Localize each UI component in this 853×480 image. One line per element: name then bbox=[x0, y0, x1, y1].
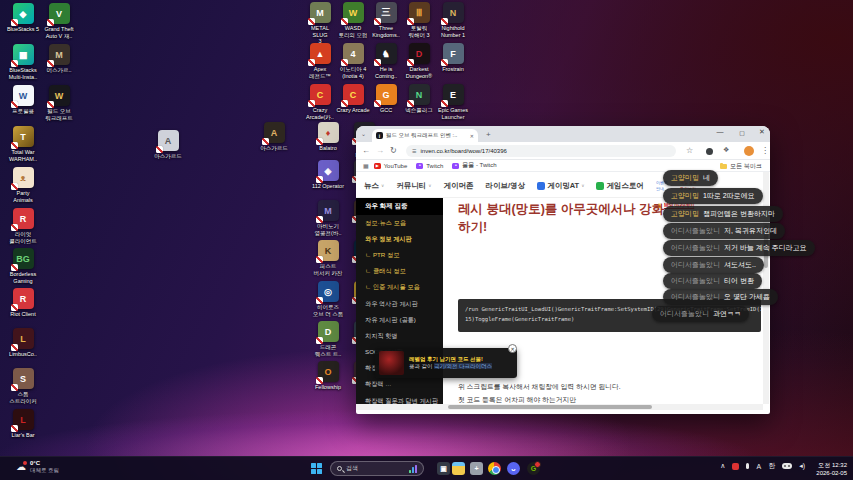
adblock-icon[interactable] bbox=[706, 148, 713, 155]
bookmark-item[interactable]: ❝ 물물 - Twitch bbox=[452, 161, 496, 170]
desktop-icon[interactable]: G GCC bbox=[369, 84, 403, 114]
desktop-icon-label: 마비노기 영웅전(바.. bbox=[315, 223, 342, 236]
browser-menu-icon[interactable]: ⋮ bbox=[761, 146, 769, 155]
desktop-icon[interactable]: A 아스가르드 bbox=[252, 122, 296, 152]
sidebar-item[interactable]: 확장팩 … bbox=[356, 377, 443, 393]
nav-item[interactable]: 게이밍AT bbox=[537, 181, 584, 191]
sidebar-item[interactable]: ㄴ PTR 정보 bbox=[356, 247, 443, 263]
horizontal-scrollbar[interactable] bbox=[356, 404, 763, 410]
bookmark-label: 물물 - Twitch bbox=[462, 161, 496, 170]
forward-button[interactable]: → bbox=[376, 146, 384, 155]
window-minimize-button[interactable]: — bbox=[712, 128, 728, 135]
bookmark-item[interactable]: ❝ Twitch bbox=[416, 161, 443, 170]
desktop-icon[interactable]: R Riot Client bbox=[1, 288, 45, 318]
desktop-icon[interactable]: V Grand Theft Auto V 재.. bbox=[37, 3, 81, 39]
ad-close-button[interactable]: ✕ bbox=[508, 344, 517, 353]
chat-username: 어디서즐놀았니 bbox=[671, 276, 720, 286]
desktop-icon[interactable]: BG Borderless Gaming bbox=[1, 248, 45, 284]
desktop-icon[interactable]: 三 Three Kingdoms.. bbox=[369, 2, 403, 38]
nav-item[interactable]: 게이머존 bbox=[444, 181, 474, 191]
sidebar-item[interactable]: 확장팩 질문과 답변 게시판 bbox=[356, 393, 443, 404]
sidebar-item[interactable]: ㄴ 클래식 정보 bbox=[356, 264, 443, 280]
taskbar: ☁ 0°C 대체로 흐림 검색 ▣ + bbox=[0, 456, 853, 480]
ime-korean-indic ator[interactable]: 한 bbox=[768, 461, 775, 471]
nav-item[interactable]: 라이브/영상 bbox=[486, 181, 526, 191]
site-info-icon[interactable]: ☰ bbox=[412, 148, 416, 154]
folder-icon bbox=[720, 164, 727, 169]
microphone-icon[interactable] bbox=[746, 463, 749, 469]
chat-username: 어디서즐놀았니 bbox=[660, 309, 709, 319]
chat-message: 어디서즐놀았니 저거 바늘 계속 주디라고요 bbox=[663, 240, 815, 256]
desktop-icon-glyph: F bbox=[443, 43, 464, 64]
nav-item[interactable]: 커뮤니티 bbox=[396, 181, 431, 191]
taskbar-app[interactable] bbox=[488, 462, 501, 475]
back-button[interactable]: ← bbox=[362, 146, 370, 155]
desktop-icon[interactable]: W 월드 오브 워크래프트 bbox=[37, 85, 81, 121]
chat-text: 1따로 2따로에요 bbox=[703, 191, 755, 201]
nav-item[interactable]: 뉴스 bbox=[364, 181, 384, 191]
taskbar-app-icon bbox=[488, 462, 501, 475]
sidebar-item[interactable]: 와우 역사관 게시판 bbox=[356, 296, 443, 312]
desktop-icon[interactable]: N 넥슨플러그 bbox=[402, 84, 436, 114]
taskbar-search[interactable]: 검색 bbox=[330, 461, 424, 476]
bookmark-star-icon[interactable]: ☆ bbox=[686, 146, 693, 155]
extensions-icon[interactable]: ❖ bbox=[723, 146, 729, 154]
tab-search-icon[interactable]: ⌄ bbox=[361, 130, 366, 137]
ime-latin-indicator[interactable]: A bbox=[756, 463, 761, 470]
desktop-icon[interactable]: N Nighthold Number 1 bbox=[436, 2, 470, 38]
window-close-button[interactable]: ✕ bbox=[754, 128, 770, 136]
apps-grid-icon[interactable]: ▦ bbox=[363, 162, 369, 169]
taskbar-app[interactable]: + bbox=[470, 462, 483, 475]
address-bar[interactable]: ☰ inven.co.kr/board/wow/17/40396 bbox=[406, 145, 676, 157]
desktop-icon[interactable]: 4 이노티아 4 (Inotia 4) bbox=[336, 43, 370, 79]
gamepad-icon[interactable] bbox=[782, 463, 792, 469]
sidebar-item[interactable]: 치지직 핫뱅 bbox=[356, 328, 443, 344]
nav-item[interactable]: 게임스토어 bbox=[596, 181, 644, 191]
desktop-icon[interactable]: R 라이엇 클라이언트 bbox=[1, 208, 45, 244]
tray-red-app-icon[interactable] bbox=[732, 463, 739, 470]
window-maximize-button[interactable]: ▢ bbox=[734, 129, 750, 136]
taskbar-app[interactable]: ▣ bbox=[437, 462, 450, 475]
desktop-icon[interactable]: F Frostrain bbox=[436, 43, 470, 73]
desktop-icon[interactable]: C Crazy Arcade bbox=[336, 84, 370, 114]
desktop-icon[interactable]: M 머스가르.. bbox=[37, 44, 81, 74]
sidebar-item[interactable]: 와우 정보 게시판 bbox=[356, 231, 443, 247]
desktop-icon[interactable]: A 마스가르드 bbox=[146, 130, 190, 160]
desktop-icon[interactable]: E Epic Games Launcher bbox=[436, 84, 470, 120]
desktop-icon[interactable]: ᴥ Party Animals bbox=[1, 167, 45, 203]
taskbar-app[interactable] bbox=[452, 462, 465, 475]
tray-chevron-icon[interactable]: ∧ bbox=[720, 462, 725, 470]
desktop-icon-glyph: O bbox=[318, 361, 339, 382]
desktop-icon[interactable]: L LimbusCo.. bbox=[1, 328, 45, 358]
start-button[interactable] bbox=[311, 463, 322, 474]
all-bookmarks[interactable]: 모든 북마크 bbox=[720, 162, 762, 171]
horizontal-scroll-thumb[interactable] bbox=[448, 405, 652, 409]
desktop-icon[interactable]: Ⅲ 토탈워 워해머 3 bbox=[402, 2, 436, 38]
reload-button[interactable]: ↻ bbox=[390, 146, 397, 155]
desktop-icon[interactable]: W WASD 토리의 모험 bbox=[336, 2, 370, 38]
taskbar-clock[interactable]: 오전 12:32 2026-02-05 bbox=[816, 461, 847, 477]
desktop-icon[interactable]: M METAL SLUG 3 bbox=[303, 2, 337, 45]
desktop-icon[interactable]: L Liar's Bar bbox=[1, 409, 45, 439]
taskbar-app[interactable]: G bbox=[527, 462, 540, 475]
profile-avatar[interactable] bbox=[744, 146, 754, 156]
browser-tab[interactable]: i 월드 오브 워크래프트 인벤 :.. ✕ bbox=[372, 129, 478, 142]
desktop-icon[interactable]: S 스톰 스트라이커 bbox=[1, 368, 45, 404]
speaker-icon[interactable]: ◂) bbox=[799, 462, 805, 470]
desktop-icon[interactable]: C Crazy Arcade(카.. bbox=[303, 84, 337, 120]
tab-close-icon[interactable]: ✕ bbox=[470, 133, 474, 139]
desktop-icon-glyph: C bbox=[310, 84, 331, 105]
desktop-icon[interactable]: ♞ He is Coming.. bbox=[369, 43, 403, 79]
sidebar-item[interactable]: 정보·뉴스 모음 bbox=[356, 215, 443, 231]
new-tab-button[interactable]: + bbox=[486, 130, 491, 139]
desktop-icon-glyph: R bbox=[13, 288, 34, 309]
bookmark-item[interactable]: ▶ YouTube bbox=[374, 161, 408, 170]
desktop-icon[interactable]: ▲ Apex 레전드™ bbox=[303, 43, 337, 79]
desktop-icon[interactable]: T Total War WARHAM.. bbox=[1, 126, 45, 162]
ad-overlay[interactable]: 레벨업 후기 남기면 코드 선물! 용과 같이 극기/외전 다크라이더스 bbox=[375, 348, 517, 378]
sidebar-item[interactable]: 자유 게시판 (공통) bbox=[356, 312, 443, 328]
desktop-icon[interactable]: D Darkest Dungeon® bbox=[402, 43, 436, 79]
weather-widget[interactable]: ☁ 0°C 대체로 흐림 bbox=[16, 460, 59, 474]
sidebar-item[interactable]: ㄴ 인증 게시물 모음 bbox=[356, 280, 443, 296]
taskbar-app[interactable]: ᴗ bbox=[507, 462, 520, 475]
